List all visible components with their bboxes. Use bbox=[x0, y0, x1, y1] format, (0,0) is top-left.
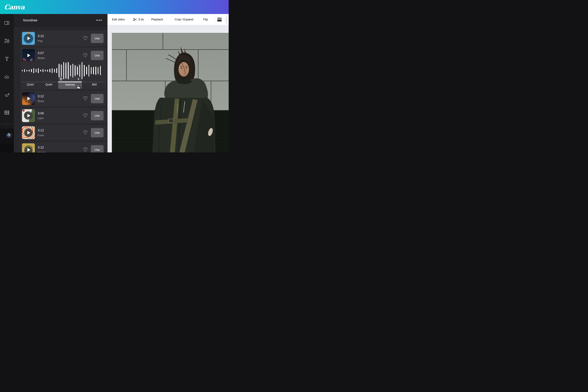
scrollbar-thumb[interactable] bbox=[226, 16, 227, 24]
edit-video-button[interactable]: Edit video bbox=[112, 14, 125, 25]
rail-divider bbox=[2, 124, 12, 124]
panel-header: Soundraw bbox=[14, 14, 108, 27]
segment-label: Quiet bbox=[40, 83, 58, 86]
canva-logo: Canva bbox=[4, 3, 24, 11]
segment-label: Quiet bbox=[22, 83, 39, 86]
use-button[interactable]: Use bbox=[91, 128, 104, 138]
track-duration: 3:12 bbox=[38, 128, 44, 132]
track-card[interactable]: 3:07 Beats ♡ Use + QuietQuietIntenseMid bbox=[20, 48, 106, 90]
track-card[interactable]: 3:12 Pop ♡ Use bbox=[20, 30, 106, 46]
segment-quiet[interactable]: Quiet bbox=[22, 82, 39, 89]
photo-illustration bbox=[112, 33, 229, 152]
track-genre: Pop bbox=[38, 40, 44, 42]
use-button[interactable]: Use bbox=[91, 34, 104, 43]
play-icon bbox=[28, 148, 30, 152]
track-card[interactable]: 3:12 Funk ♡ Use bbox=[20, 125, 106, 140]
track-card[interactable]: 3:06 Latin ♡ Use bbox=[20, 108, 106, 124]
favorite-heart-icon[interactable]: ♡ bbox=[83, 147, 88, 152]
track-list: 3:12 Pop ♡ Use 3:07 Beats ♡ Use bbox=[14, 27, 108, 152]
track-genre: Latin bbox=[38, 117, 44, 120]
track-thumbnail-play[interactable] bbox=[22, 109, 35, 122]
track-duration: 3:12 bbox=[38, 94, 44, 98]
track-thumbnail-play[interactable] bbox=[22, 126, 35, 139]
use-button[interactable]: Use bbox=[91, 145, 104, 152]
text-icon[interactable]: T bbox=[3, 56, 10, 62]
play-icon bbox=[28, 114, 30, 118]
track-duration: 3:06 bbox=[38, 112, 44, 115]
track-duration: 3:12 bbox=[38, 34, 44, 38]
track-thumbnail-play[interactable] bbox=[22, 92, 35, 105]
play-icon bbox=[28, 131, 30, 134]
toolbar-divider bbox=[215, 17, 216, 22]
play-icon bbox=[28, 97, 30, 100]
soundraw-panel: Soundraw 3:12 Pop ♡ Use 3:07 Beats bbox=[14, 14, 108, 152]
sidebar-rail: T bbox=[0, 14, 14, 128]
more-options-icon[interactable] bbox=[96, 20, 102, 21]
track-genre: House bbox=[38, 151, 46, 152]
soundraw-wave-icon bbox=[6, 132, 12, 138]
clip-duration: 5.0s bbox=[138, 18, 144, 21]
track-genre: Rock bbox=[38, 100, 44, 103]
favorite-heart-icon[interactable]: ♡ bbox=[83, 96, 88, 101]
track-duration: 3:12 bbox=[38, 146, 46, 149]
segment-quiet[interactable]: Quiet bbox=[40, 82, 58, 89]
favorite-heart-icon[interactable]: ♡ bbox=[83, 130, 88, 135]
track-genre: Funk bbox=[38, 134, 44, 137]
apps-icon[interactable] bbox=[3, 109, 10, 116]
use-button[interactable]: Use bbox=[91, 94, 104, 103]
trim-button[interactable]: 5.0s bbox=[133, 14, 144, 25]
top-bar: Canva bbox=[0, 0, 229, 14]
video-toolbar: Edit video 5.0s Playback Crop / Expand F… bbox=[108, 14, 229, 25]
crop-expand-button[interactable]: Crop / Expand bbox=[174, 14, 193, 25]
soundraw-app-icon[interactable]: S bbox=[6, 132, 12, 138]
play-icon bbox=[28, 36, 30, 40]
toolbar-divider bbox=[170, 17, 171, 22]
elements-icon[interactable] bbox=[3, 38, 10, 44]
draw-icon[interactable] bbox=[3, 92, 10, 98]
scissors-icon bbox=[133, 18, 137, 22]
track-thumbnail-play[interactable] bbox=[22, 143, 35, 152]
track-card[interactable]: 3:12 House ♡ Use bbox=[20, 142, 106, 152]
segments-row: QuietQuietIntenseMid bbox=[20, 48, 106, 90]
track-thumbnail-play[interactable] bbox=[22, 32, 35, 45]
mouse-cursor bbox=[76, 84, 82, 89]
flip-button[interactable]: Flip bbox=[203, 14, 208, 25]
panel-title: Soundraw bbox=[23, 18, 37, 22]
use-button[interactable]: Use bbox=[91, 111, 104, 120]
track-card[interactable]: 3:12 Rock ♡ Use bbox=[20, 91, 106, 106]
design-canvas bbox=[108, 25, 229, 152]
favorite-heart-icon[interactable]: ♡ bbox=[83, 113, 88, 118]
playback-button[interactable]: Playback bbox=[151, 14, 163, 25]
design-icon[interactable] bbox=[3, 20, 10, 26]
video-frame[interactable] bbox=[112, 33, 229, 152]
segment-label: Mid bbox=[83, 83, 106, 86]
segment-mid[interactable]: Mid bbox=[83, 82, 106, 89]
favorite-heart-icon[interactable]: ♡ bbox=[83, 36, 88, 41]
uploads-icon[interactable] bbox=[3, 74, 10, 80]
menu-bars-icon[interactable] bbox=[217, 14, 222, 25]
